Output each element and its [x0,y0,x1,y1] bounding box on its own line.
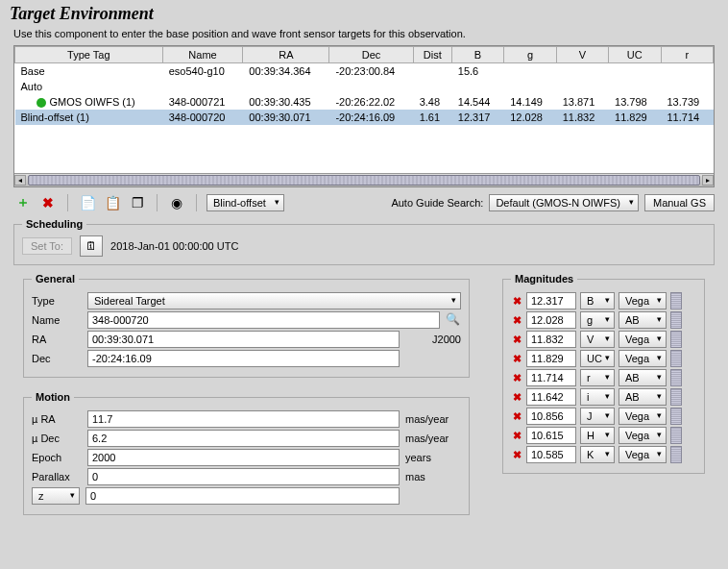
motion-fieldset: Motion µ RAmas/yearµ Decmas/yearEpochyea… [23,391,470,515]
drag-handle-icon[interactable] [670,446,682,463]
magnitude-band-dropdown[interactable]: i [580,388,615,406]
dec-field[interactable] [87,350,400,367]
magnitude-value-field[interactable] [526,369,576,386]
drag-handle-icon[interactable] [670,408,682,425]
magnitude-band-dropdown[interactable]: J [580,408,615,425]
scroll-right-icon[interactable]: ▸ [702,175,714,186]
magnitude-system-dropdown[interactable]: AB [619,388,667,406]
name-field[interactable] [87,311,440,329]
delete-magnitude-icon[interactable]: ✖ [511,430,522,442]
rv-field[interactable] [85,487,400,505]
motion-field[interactable] [87,410,400,428]
autoguide-dropdown[interactable]: Default (GMOS-N OIWFS) [489,194,639,211]
column-header[interactable]: Dec [329,47,413,63]
magnitude-system-dropdown[interactable]: Vega [619,427,667,444]
magnitude-band-dropdown[interactable]: g [580,311,615,329]
column-header[interactable]: UC [609,47,661,63]
magnitude-value-field[interactable] [526,331,576,348]
delete-magnitude-icon[interactable]: ✖ [511,353,522,365]
magnitude-value-field[interactable] [526,350,576,367]
duplicate-icon[interactable]: ❐ [128,193,147,212]
delete-magnitude-icon[interactable]: ✖ [511,410,522,423]
table-cell [556,79,608,94]
column-header[interactable]: Type Tag [15,47,163,63]
table-cell: 14.544 [451,94,503,110]
table-cell [504,63,556,80]
drag-handle-icon[interactable] [670,369,682,386]
paste-icon[interactable]: 📋 [103,193,122,212]
drag-handle-icon[interactable] [670,331,682,348]
drag-handle-icon[interactable] [670,388,682,406]
delete-magnitude-icon[interactable]: ✖ [511,314,522,327]
add-icon[interactable]: ＋ [13,193,33,212]
column-header[interactable]: Dist [413,47,451,63]
column-header[interactable]: B [451,47,503,63]
lookup-icon[interactable]: 🔍 [446,312,461,328]
ra-field[interactable] [87,331,400,348]
primary-icon[interactable]: ◉ [167,193,186,212]
table-cell: 11.832 [556,110,608,125]
column-header[interactable]: RA [243,47,329,63]
table-scrollbar[interactable]: ◂ ▸ [14,173,714,186]
magnitude-band-dropdown[interactable]: K [580,446,615,463]
column-header[interactable]: V [556,47,608,63]
magnitude-system-dropdown[interactable]: AB [619,369,667,386]
offset-type-dropdown[interactable]: Blind-offset [206,194,284,211]
table-cell: 12.317 [451,110,503,125]
table-row[interactable]: GMOS OIWFS (1)348-00072100:39:30.435-20:… [15,94,714,110]
manual-gs-button[interactable]: Manual GS [644,194,715,211]
panel-subtitle: Use this component to enter the base pos… [2,26,726,45]
scroll-left-icon[interactable]: ◂ [14,175,26,186]
magnitude-value-field[interactable] [526,427,576,444]
table-cell [413,79,451,94]
delete-magnitude-icon[interactable]: ✖ [511,295,522,308]
magnitude-value-field[interactable] [526,311,576,329]
column-header[interactable]: g [504,47,556,63]
scroll-thumb[interactable] [28,175,700,186]
magnitude-system-dropdown[interactable]: Vega [619,446,667,463]
table-cell [162,79,243,94]
drag-handle-icon[interactable] [670,292,682,309]
motion-field[interactable] [87,430,400,447]
table-cell: 13.871 [556,94,608,110]
magnitude-value-field[interactable] [526,408,576,425]
magnitude-system-dropdown[interactable]: Vega [619,331,667,348]
magnitude-system-dropdown[interactable]: Vega [619,408,667,425]
magnitude-system-dropdown[interactable]: AB [619,311,667,329]
calendar-icon[interactable]: 🗓 [80,235,103,257]
magnitude-band-dropdown[interactable]: H [580,427,615,444]
delete-magnitude-icon[interactable]: ✖ [511,334,522,346]
magnitude-band-dropdown[interactable]: V [580,331,615,348]
table-cell: eso540-g10 [162,63,243,80]
table-cell: -20:24:16.09 [329,110,413,125]
type-dropdown[interactable]: Sidereal Target [87,292,461,309]
column-header[interactable]: Name [162,47,243,63]
magnitude-band-dropdown[interactable]: UC [580,350,615,367]
column-header[interactable]: r [661,47,714,63]
magnitude-value-field[interactable] [526,292,576,309]
rv-type-dropdown[interactable]: z [32,487,80,505]
magnitude-band-dropdown[interactable]: B [580,292,615,309]
remove-icon[interactable]: ✖ [38,193,58,212]
magnitude-value-field[interactable] [526,388,576,406]
delete-magnitude-icon[interactable]: ✖ [511,372,522,384]
magnitude-system-dropdown[interactable]: Vega [619,350,667,367]
delete-magnitude-icon[interactable]: ✖ [511,449,522,461]
magnitude-band-dropdown[interactable]: r [580,369,615,386]
delete-magnitude-icon[interactable]: ✖ [511,391,522,404]
magnitude-system-dropdown[interactable]: Vega [619,292,667,309]
magnitude-value-field[interactable] [526,446,576,463]
motion-field[interactable] [87,449,400,466]
table-row[interactable]: Auto [15,79,714,94]
targets-table[interactable]: Type TagNameRADecDistBgVUCr Baseeso540-g… [13,45,715,187]
drag-handle-icon[interactable] [670,427,682,444]
scheduling-legend: Scheduling [22,218,86,230]
table-row[interactable]: Baseeso540-g1000:39:34.364-20:23:00.8415… [15,63,714,80]
copy-icon[interactable]: 📄 [78,193,97,212]
table-row[interactable]: Blind-offset (1)348-00072000:39:30.071-2… [15,110,714,125]
drag-handle-icon[interactable] [670,350,682,367]
motion-field[interactable] [87,468,400,485]
table-cell [504,79,556,94]
drag-handle-icon[interactable] [670,311,682,329]
table-cell [451,79,503,94]
